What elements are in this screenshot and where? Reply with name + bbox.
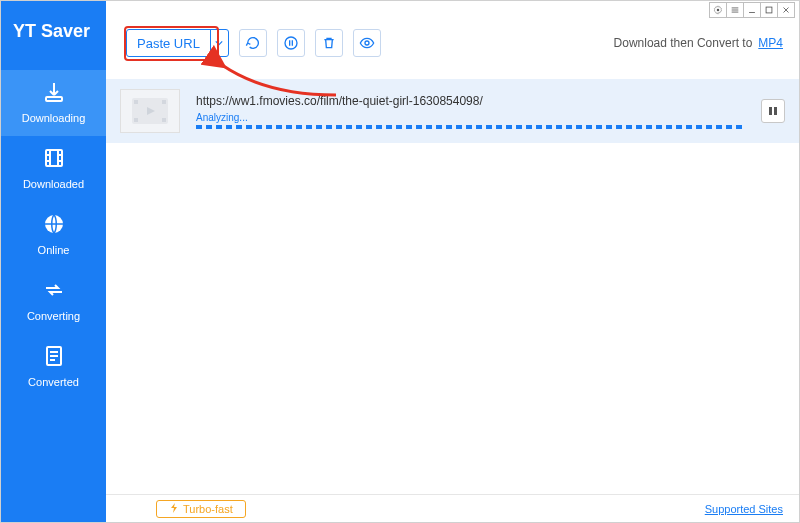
sidebar-item-downloaded[interactable]: Downloaded	[1, 136, 106, 202]
sidebar-item-label: Online	[38, 244, 70, 256]
footer: Turbo-fast Supported Sites	[106, 494, 799, 522]
sidebar-item-label: Converting	[27, 310, 80, 322]
download-status: Analyzing...	[196, 112, 745, 123]
sidebar-item-downloading[interactable]: Downloading	[1, 70, 106, 136]
supported-sites-link[interactable]: Supported Sites	[705, 503, 783, 515]
svg-rect-13	[769, 107, 772, 115]
format-select[interactable]: MP4	[758, 36, 783, 50]
sidebar-item-label: Downloading	[22, 112, 86, 124]
svg-rect-11	[134, 118, 138, 122]
app-window: YT Saver Downloading Downloaded Online	[0, 0, 800, 523]
delete-button[interactable]	[315, 29, 343, 57]
settings-button[interactable]	[709, 2, 727, 18]
minimize-button[interactable]	[743, 2, 761, 18]
toolbar: Paste URL Download	[106, 19, 799, 79]
paste-url-button[interactable]: Paste URL	[126, 29, 229, 57]
toolbar-right: Download then Convert to MP4	[614, 36, 783, 50]
sidebar-item-converting[interactable]: Converting	[1, 268, 106, 334]
bolt-icon	[169, 503, 179, 515]
sidebar-item-label: Converted	[28, 376, 79, 388]
svg-rect-0	[46, 97, 62, 101]
svg-rect-5	[766, 7, 772, 13]
sidebar-item-label: Downloaded	[23, 178, 84, 190]
download-list: https://ww1.fmovies.co/film/the-quiet-gi…	[106, 79, 799, 494]
preview-button[interactable]	[353, 29, 381, 57]
progress-bar	[196, 125, 745, 129]
close-button[interactable]	[777, 2, 795, 18]
menu-button[interactable]	[726, 2, 744, 18]
download-url: https://ww1.fmovies.co/film/the-quiet-gi…	[196, 94, 745, 108]
download-item[interactable]: https://ww1.fmovies.co/film/the-quiet-gi…	[106, 79, 799, 143]
video-thumbnail	[120, 89, 180, 133]
refresh-button[interactable]	[239, 29, 267, 57]
sidebar: YT Saver Downloading Downloaded Online	[1, 1, 106, 522]
pause-all-button[interactable]	[277, 29, 305, 57]
svg-point-6	[285, 37, 297, 49]
turbo-fast-button[interactable]: Turbo-fast	[156, 500, 246, 518]
svg-rect-9	[134, 100, 138, 104]
brand-title: YT Saver	[1, 1, 106, 70]
globe-icon	[42, 212, 66, 240]
film-icon	[42, 146, 66, 174]
sidebar-items: Downloading Downloaded Online Converting	[1, 70, 106, 400]
svg-rect-12	[162, 118, 166, 122]
turbo-label: Turbo-fast	[183, 503, 233, 515]
cycle-icon	[42, 278, 66, 306]
svg-point-7	[365, 41, 369, 45]
chevron-down-icon[interactable]	[210, 30, 228, 56]
pause-item-button[interactable]	[761, 99, 785, 123]
sidebar-item-converted[interactable]: Converted	[1, 334, 106, 400]
download-icon	[42, 80, 66, 108]
download-info: https://ww1.fmovies.co/film/the-quiet-gi…	[196, 94, 745, 129]
svg-rect-1	[46, 150, 62, 166]
maximize-button[interactable]	[760, 2, 778, 18]
toolbar-left: Paste URL	[126, 29, 381, 57]
sidebar-item-online[interactable]: Online	[1, 202, 106, 268]
svg-rect-14	[774, 107, 777, 115]
svg-point-4	[717, 9, 720, 12]
convert-label: Download then Convert to	[614, 36, 753, 50]
main-panel: Paste URL Download	[106, 1, 799, 522]
document-icon	[42, 344, 66, 372]
paste-url-label: Paste URL	[127, 30, 210, 56]
svg-rect-10	[162, 100, 166, 104]
window-controls	[106, 1, 799, 19]
